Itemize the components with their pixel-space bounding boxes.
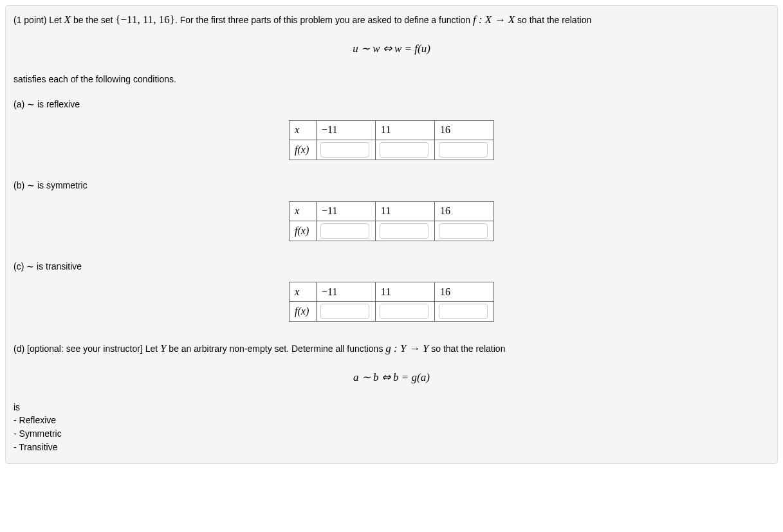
- table-a-wrap: x −11 11 16 f(x): [14, 120, 769, 160]
- partd-prefix: (d) [optional: see your instructor] Let: [14, 344, 160, 354]
- table-c: x −11 11 16 f(x): [289, 282, 494, 322]
- intro-sothat: so that the relation: [515, 15, 591, 25]
- table-a-col2: 16: [435, 120, 494, 140]
- input-c-3[interactable]: [439, 304, 488, 319]
- part-d-paragraph: (d) [optional: see your instructor] Let …: [14, 341, 769, 356]
- problem-container: (1 point) Let X be the set {−11, 11, 16}…: [5, 5, 778, 464]
- input-a-2[interactable]: [380, 142, 428, 158]
- partd-mid1: be an arbitrary non-empty set. Determine…: [166, 344, 385, 354]
- table-a-xlabel: x: [290, 120, 317, 140]
- equation-2: a ∼ b ⇔ b = g(a): [14, 371, 769, 384]
- table-c-wrap: x −11 11 16 f(x): [14, 282, 769, 322]
- table-a-col1: 11: [376, 120, 435, 140]
- table-a: x −11 11 16 f(x): [289, 120, 494, 160]
- part-c-label: (c) ∼ is transitive: [14, 261, 769, 273]
- satisfies-line: satisfies each of the following conditio…: [14, 73, 769, 86]
- part-b-label: (b) ∼ is symmetric: [14, 179, 769, 192]
- input-c-2[interactable]: [380, 304, 428, 319]
- input-a-3[interactable]: [439, 142, 488, 158]
- intro-be: be the set: [71, 15, 115, 25]
- table-a-fxlabel: f(x): [290, 140, 317, 160]
- intro-set: {−11, 11, 16}: [115, 14, 175, 26]
- table-b-fxlabel: f(x): [290, 221, 317, 241]
- input-b-1[interactable]: [320, 223, 369, 239]
- table-c-fxlabel: f(x): [290, 302, 317, 322]
- table-c-col0: −11: [317, 282, 376, 302]
- table-a-col0: −11: [317, 120, 376, 140]
- table-c-xlabel: x: [290, 282, 317, 302]
- intro-after: . For the first three parts of this prob…: [175, 15, 473, 25]
- bullet-transitive: - Transitive: [14, 441, 769, 454]
- equation-1: u ∼ w ⇔ w = f(u): [14, 42, 769, 55]
- partd-mid2: so that the relation: [428, 344, 505, 354]
- table-c-col1: 11: [376, 282, 435, 302]
- bullet-reflexive: - Reflexive: [14, 414, 769, 427]
- input-b-3[interactable]: [439, 223, 488, 239]
- table-b-col1: 11: [376, 201, 435, 221]
- table-b-wrap: x −11 11 16 f(x): [14, 201, 769, 241]
- table-b-xlabel: x: [290, 201, 317, 221]
- is-line: is: [14, 402, 769, 412]
- input-b-2[interactable]: [380, 223, 428, 239]
- partd-gdecl: g : Y → Y: [385, 342, 428, 354]
- table-b: x −11 11 16 f(x): [289, 201, 494, 241]
- table-b-col2: 16: [435, 201, 494, 221]
- intro-X: X: [64, 14, 71, 26]
- intro-paragraph: (1 point) Let X be the set {−11, 11, 16}…: [14, 12, 769, 28]
- input-a-1[interactable]: [320, 142, 369, 158]
- input-c-1[interactable]: [320, 304, 369, 319]
- table-c-col2: 16: [435, 282, 494, 302]
- property-list: - Reflexive - Symmetric - Transitive: [14, 414, 769, 454]
- part-a-label: (a) ∼ is reflexive: [14, 98, 769, 111]
- bullet-symmetric: - Symmetric: [14, 427, 769, 441]
- intro-points: (1 point) Let: [14, 15, 64, 25]
- table-b-col0: −11: [317, 201, 376, 221]
- intro-fdecl: f : X → X: [473, 14, 515, 26]
